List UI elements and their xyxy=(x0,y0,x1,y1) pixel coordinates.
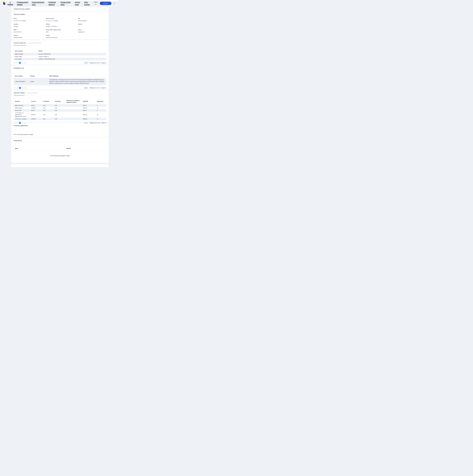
nav-provjera-dostupnosti-naziva[interactable]: Provjera dostupnosti naziva xyxy=(32,1,45,6)
pager-last-button[interactable]: » xyxy=(24,122,26,124)
brand-name[interactable]: e- Registar xyxy=(8,1,13,5)
download-button[interactable]: Preuzmi xyxy=(100,2,111,5)
pagination-summary: Prikazano od 1 do 1 , Ukupno 1 xyxy=(89,87,106,88)
chevron-down-icon xyxy=(87,123,88,123)
col-u-stvarima: U stvarima xyxy=(42,99,53,104)
field-naziv: NazivLTL Tim d.o.o. Sarajevo xyxy=(14,18,46,21)
basic-info-heading: Osnovni podaci xyxy=(14,13,106,15)
pager-first-button[interactable]: « xyxy=(14,87,16,89)
pager-prev-button[interactable]: ‹ xyxy=(16,87,18,89)
table-row: "L TIM" d.o.o. Sarajevo3.000,000,000,003… xyxy=(14,118,106,120)
pager-right: 10 Prikazano od 1 do 3 , Ukupno 3 xyxy=(84,62,106,64)
founders-pagination: « ‹ 1 › » 10 Prikazano od 1 do 3 , Ukupn… xyxy=(11,60,109,64)
main-activity-value: 35.11 Proizvodnja električne energije xyxy=(14,134,106,135)
pagination-summary: Prikazano od 1 do 5 , Ukupno 5 xyxy=(89,122,106,124)
page-size-select[interactable]: 10 xyxy=(84,87,88,89)
pager-next-button[interactable]: › xyxy=(22,122,24,124)
divider xyxy=(11,95,109,96)
table-row: Melina HubjerGoražde, Hubjeri 31 xyxy=(14,55,106,58)
page-size-select[interactable]: 10 xyxy=(84,122,88,124)
col-adresa: Adresa xyxy=(37,50,106,53)
pager-right: 10 Prikazano od 1 do 1 , Ukupno 1 xyxy=(84,87,106,89)
table-row: LAMIJA ĆEREMIDA Direktor Sa ograničenjem… xyxy=(14,78,106,85)
col-polozaj: Položaj xyxy=(29,75,48,78)
pager-right: 10 Prikazano od 1 do 5 , Ukupno 5 xyxy=(84,122,106,124)
col-kapital-posto: Kapital (%) xyxy=(96,99,106,104)
pager: « ‹ 1 › » xyxy=(14,122,26,124)
capital-card: Ugovoreni kapital Uplaćeni kapital Osniv… xyxy=(11,90,109,122)
col-klasa-dionica: Klasa, broj i nominalna vrijednost dioni… xyxy=(65,99,82,104)
col-u-pravima: U pravima xyxy=(53,99,65,104)
authorized-persons-card: Ovlaštena lica Ime i prezime Položaj Obi… xyxy=(11,65,109,89)
col-ime-i-prezime: Ime i prezime xyxy=(14,50,37,53)
top-navigation-bar: ★ ★ ★ ★ ★ ★ ★ e- Registar Pretraga poslo… xyxy=(0,1,118,6)
pager-page-1-button[interactable]: 1 xyxy=(19,62,21,64)
field-opcina: OpćinaSarajevo-Centar xyxy=(14,35,46,38)
col-osnivac: Osnivač xyxy=(14,99,30,104)
branches-card: Podružnice Naziv Sjedište Nema dostupnih… xyxy=(11,137,109,163)
nav-right-group: Prijavi se Preuzmi BS xyxy=(93,1,115,6)
tab-osnivaci-fizicka-lica[interactable]: Osnivači fizička lica xyxy=(14,42,26,46)
founders-table-wrap: Ime i prezime Adresa Željko DumonjićDerv… xyxy=(11,50,109,60)
svg-text:★: ★ xyxy=(5,4,5,4)
basic-info-grid: NazivLTL Tim d.o.o. Sarajevo Skraćeni na… xyxy=(14,18,106,38)
login-link[interactable]: Prijavi se xyxy=(93,1,98,6)
bih-coat-of-arms-icon: ★ ★ ★ ★ ★ ★ ★ xyxy=(3,2,6,5)
page-content: Detalji poslovnog subjekta ← Osnovni pod… xyxy=(11,7,109,167)
authorized-persons-heading: Ovlaštena lica xyxy=(11,67,109,69)
founders-tabs: Osnivači fizička lica Osnivači pravna li… xyxy=(11,42,109,46)
field-mbs: MBS65-01-0264-25 xyxy=(14,29,46,33)
founders-table: Ime i prezime Adresa Željko DumonjićDerv… xyxy=(14,50,106,60)
pager-next-button[interactable]: › xyxy=(22,62,24,64)
authorized-table-wrap: Ime i prezime Položaj Obim ovlaštenja LA… xyxy=(11,75,109,85)
pager-prev-button[interactable]: ‹ xyxy=(16,62,18,64)
col-u-novcu: U novcu xyxy=(30,99,42,104)
branches-table-header: Naziv Sjedište xyxy=(11,148,109,149)
table-row: Željko Dumonjić500,000,000,00500,005 xyxy=(14,104,106,107)
tab-ugovoreni-kapital[interactable]: Ugovoreni kapital xyxy=(14,92,25,95)
capital-table: Osnivač U novcu U stvarima U pravima Kla… xyxy=(14,99,106,120)
nav-status-predmeta[interactable]: Status predmeta xyxy=(84,1,91,6)
field-telefon: Telefon xyxy=(78,23,106,27)
pagination-summary: Prikazano od 1 do 3 , Ukupno 3 xyxy=(89,62,106,64)
empty-table-message: Nema dostupnih podataka u tabeli xyxy=(11,155,109,156)
main-activity-heading: Pretežna djelatnost xyxy=(14,125,106,127)
back-button[interactable]: ← xyxy=(104,8,106,10)
brand-line1: e- xyxy=(8,1,13,3)
pager-first-button[interactable]: « xyxy=(14,62,16,64)
pager-prev-button[interactable]: ‹ xyxy=(16,122,18,124)
nav-pretraga-sudskih-odluka[interactable]: Pretraga sudskih odluka xyxy=(60,1,72,6)
brand[interactable]: ★ ★ ★ ★ ★ ★ ★ e- Registar xyxy=(3,1,13,5)
brand-line2: Registar xyxy=(8,3,13,5)
field-skraceni-naziv: Skraćeni nazivLTL Tim d.o.o. Sarajevo xyxy=(46,18,78,21)
page-size-select[interactable]: 10 xyxy=(84,62,88,64)
pager: « ‹ 1 › » xyxy=(14,62,26,64)
table-row: Melina Hubjer1.500,000,000,001500,0015 xyxy=(14,107,106,109)
chevron-down-icon xyxy=(87,88,88,88)
field-jib: JIB4203476430006 xyxy=(78,18,106,21)
tab-osnivaci-pravna-lica[interactable]: Osnivači pravna lica xyxy=(29,42,41,46)
nav-pretraga-poslovnih-subjekata[interactable]: Pretraga poslovnih subjekata xyxy=(17,1,29,6)
table-row: Husein Tokić500,000,000,00500,005 xyxy=(14,109,106,112)
detail-header-card: Detalji poslovnog subjekta ← xyxy=(11,7,109,11)
tab-uplaceni-kapital[interactable]: Uplaćeni kapital xyxy=(27,92,37,95)
language-selector[interactable]: BS xyxy=(113,2,115,4)
pager-last-button[interactable]: » xyxy=(24,87,26,89)
col-ime-i-prezime: Ime i prezime xyxy=(14,75,29,78)
chevron-down-icon xyxy=(87,63,88,63)
table-row: "TLG" društvo sa ograničenom odgovornošć… xyxy=(14,112,106,118)
pager-page-1-button[interactable]: 1 xyxy=(19,122,21,124)
nav-klasifikacija-djelatnosti[interactable]: Klasifikacija djelatnosti xyxy=(49,1,57,6)
table-row: Željko DumonjićDerventa, Njegoševa 38 xyxy=(14,53,106,55)
table-row: Husein TokićGradačac, Ahmeta Beširovića … xyxy=(14,58,106,60)
field-kanton: KantonKANTON SARAJEVO xyxy=(46,35,78,38)
field-empty xyxy=(78,35,106,38)
branches-heading: Podružnice xyxy=(11,140,109,142)
pager-last-button[interactable]: » xyxy=(24,62,26,64)
nav-otvoreni-podaci[interactable]: Otvoreni podaci xyxy=(75,1,81,6)
capital-tabs: Ugovoreni kapital Uplaćeni kapital xyxy=(11,92,109,95)
pager-next-button[interactable]: › xyxy=(22,87,24,89)
field-status: StatusRegistrovan xyxy=(78,29,106,33)
pager-page-1-button[interactable]: 1 xyxy=(19,87,21,89)
pager-first-button[interactable]: « xyxy=(14,122,16,124)
